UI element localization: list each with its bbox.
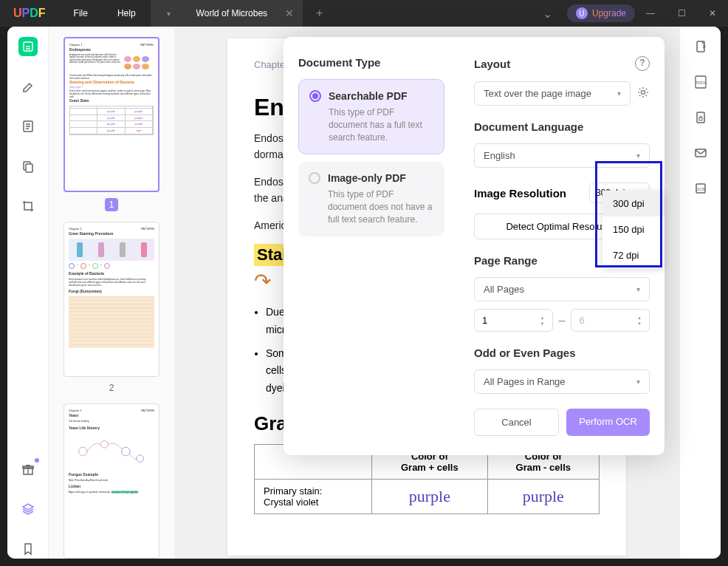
close-button[interactable]: ✕	[697, 8, 728, 18]
svg-point-7	[101, 440, 109, 448]
spinner-icon[interactable]: ▲▼	[540, 316, 545, 326]
thumbnail-label-1: 1	[105, 198, 118, 211]
more-dropdown-icon[interactable]: ⌄	[528, 7, 567, 21]
right-toolbar: PDF/A OCR	[679, 27, 721, 559]
select-value: All Pages	[484, 284, 524, 295]
option-description: This type of PDF document has a full tex…	[329, 106, 433, 143]
tab-dropdown[interactable]: ▾	[151, 0, 188, 27]
tab-title: World of Microbes	[196, 8, 267, 18]
select-value: Text over the page image	[484, 88, 591, 99]
svg-point-9	[137, 455, 144, 463]
image-only-pdf-option[interactable]: Image-only PDF This type of PDF document…	[298, 162, 444, 236]
resolution-dropdown: 300 dpi 150 dpi 72 dpi	[602, 191, 665, 268]
chevron-down-icon: ▾	[636, 285, 640, 293]
minimize-button[interactable]: —	[635, 8, 666, 18]
range-from-input[interactable]: 1 ▲▼	[474, 309, 553, 332]
crop-icon[interactable]	[18, 197, 38, 216]
bookmark-icon[interactable]	[18, 539, 38, 559]
cancel-button[interactable]: Cancel	[474, 409, 559, 436]
svg-rect-15	[696, 149, 706, 157]
tab-close-icon[interactable]: ✕	[285, 7, 294, 19]
help-icon[interactable]: ?	[635, 56, 650, 71]
dropdown-option-72dpi[interactable]: 72 dpi	[602, 242, 665, 268]
gift-icon[interactable]	[18, 460, 38, 479]
app-logo: UPDF	[0, 7, 59, 20]
language-select[interactable]: English ▾	[474, 143, 650, 168]
page-range-select[interactable]: All Pages ▾	[474, 277, 650, 301]
svg-text:PDF/A: PDF/A	[695, 81, 706, 85]
svg-text:OCR: OCR	[696, 187, 705, 191]
range-separator: –	[559, 314, 566, 327]
radio-on-icon	[309, 90, 321, 102]
chevron-down-icon: ▾	[617, 89, 621, 98]
thumbnail-page-2[interactable]: Chapter 1PATTERN Gram Staining Procedure…	[63, 222, 159, 377]
thumbnail-page-3[interactable]: Chapter 1PATTERN Yeast Cell division bud…	[63, 403, 159, 559]
option-description: This type of PDF document does not have …	[328, 188, 434, 225]
left-toolbar	[7, 27, 49, 559]
svg-rect-14	[699, 117, 702, 120]
copy-icon[interactable]	[18, 157, 38, 176]
range-to-input[interactable]: 6 ▲▼	[571, 309, 650, 332]
perform-ocr-button[interactable]: Perform OCR	[566, 409, 650, 436]
spinner-icon[interactable]: ▲▼	[637, 316, 642, 326]
titlebar: UPDF File Help ▾ World of Microbes ✕ + ⌄…	[0, 0, 728, 27]
table-cell: purple	[409, 487, 450, 505]
language-label: Document Language	[474, 120, 650, 133]
svg-rect-3	[26, 164, 32, 172]
protect-icon[interactable]	[691, 108, 710, 127]
radio-off-icon	[309, 172, 320, 184]
table-row-label: Primary stain: Crystal violet	[255, 479, 372, 514]
edit-icon[interactable]	[18, 117, 38, 136]
upgrade-label: Upgrade	[592, 8, 626, 18]
select-value: English	[484, 150, 515, 161]
layout-select[interactable]: Text over the page image ▾	[474, 81, 631, 106]
svg-point-18	[642, 90, 645, 94]
searchable-pdf-option[interactable]: Searchable PDF This type of PDF document…	[298, 79, 444, 154]
odd-even-select[interactable]: All Pages in Range ▾	[474, 369, 650, 394]
thumbnail-label-2: 2	[63, 383, 159, 393]
chevron-down-icon: ▾	[636, 151, 640, 160]
upgrade-button[interactable]: U Upgrade	[567, 4, 635, 22]
swirl-arrow-icon: ↷	[254, 269, 271, 293]
menu-file[interactable]: File	[59, 8, 103, 18]
svg-point-6	[79, 447, 88, 456]
maximize-button[interactable]: ☐	[666, 8, 697, 18]
odd-even-label: Odd or Even Pages	[474, 347, 650, 359]
mail-icon[interactable]	[691, 143, 710, 163]
thumbnail-panel: Chapter 1PATTERN Endospores Endospore ar…	[49, 27, 174, 559]
new-tab-button[interactable]: +	[303, 7, 336, 20]
select-value: All Pages in Range	[484, 376, 566, 387]
option-title: Searchable PDF	[329, 90, 408, 102]
menu-help[interactable]: Help	[103, 8, 151, 18]
home-icon[interactable]	[18, 37, 38, 56]
table-cell: purple	[523, 487, 564, 505]
ocr-icon[interactable]: OCR	[691, 179, 710, 198]
document-type-label: Document Type	[298, 56, 444, 69]
highlighter-icon[interactable]	[18, 77, 38, 96]
document-tab[interactable]: World of Microbes ✕	[188, 0, 303, 27]
resolution-label: Image Resolution	[474, 187, 566, 200]
upgrade-icon: U	[576, 7, 588, 19]
export-icon[interactable]	[691, 37, 710, 56]
gear-icon[interactable]	[636, 86, 650, 102]
layers-icon[interactable]	[18, 499, 38, 519]
chevron-down-icon: ▾	[636, 378, 640, 386]
layout-label: Layout	[474, 58, 510, 70]
pdfa-icon[interactable]: PDF/A	[691, 72, 710, 92]
dropdown-option-150dpi[interactable]: 150 dpi	[602, 216, 665, 242]
svg-point-8	[122, 447, 131, 456]
thumbnail-page-1[interactable]: Chapter 1PATTERN Endospores Endospore ar…	[63, 37, 159, 192]
dropdown-option-300dpi[interactable]: 300 dpi	[602, 191, 665, 216]
option-title: Image-only PDF	[328, 172, 406, 184]
